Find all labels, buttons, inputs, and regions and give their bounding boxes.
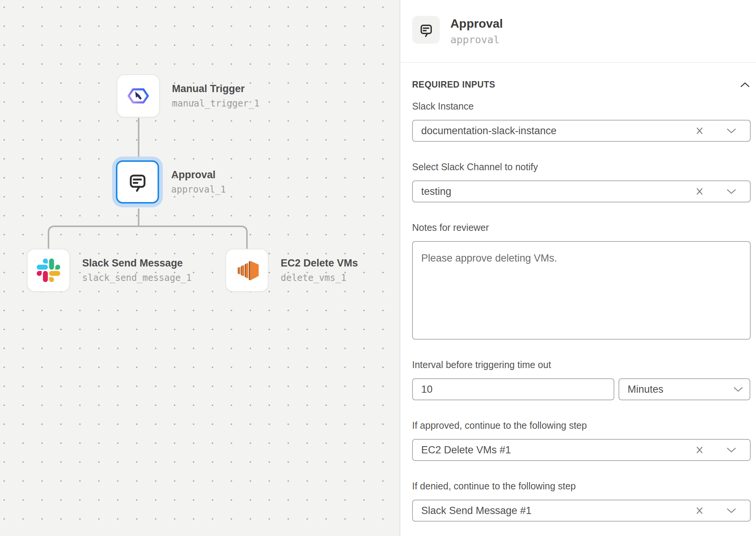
if-approved-select[interactable]: EC2 Delete VMs #1 (412, 439, 751, 461)
if-denied-select[interactable]: Slack Send Message #1 (412, 500, 751, 522)
slack-node-box[interactable] (27, 249, 70, 292)
if-denied-field-group: If denied, continue to the following ste… (412, 480, 751, 522)
node-meta: Manual Trigger manual_trigger_1 (172, 83, 259, 109)
input-value: 10 (421, 384, 605, 395)
node-approval[interactable]: Approval approval_1 (116, 160, 226, 204)
clear-selection-button[interactable] (694, 444, 706, 456)
field-label: Interval before triggering time out (412, 359, 751, 370)
page-subtitle: approval (450, 34, 503, 45)
ec2-icon (234, 258, 259, 283)
selected-value: EC2 Delete VMs #1 (421, 444, 694, 456)
manual-trigger-node-box[interactable] (117, 74, 160, 118)
node-title: Approval (171, 169, 226, 181)
selected-value: Minutes (628, 384, 733, 395)
interval-unit-select[interactable]: Minutes (619, 378, 750, 400)
node-meta: Slack Send Message slack_send_message_1 (82, 257, 192, 283)
node-meta: Approval approval_1 (171, 169, 226, 195)
selected-value: documentation-slack-instance (421, 125, 694, 137)
chevron-up-icon (740, 82, 750, 88)
approval-node-box[interactable] (116, 160, 159, 204)
interval-row: 10 Minutes (412, 378, 751, 400)
open-dropdown-button[interactable] (733, 386, 744, 393)
node-id: delete_vms_1 (281, 273, 358, 283)
page-title: Approval (450, 17, 503, 31)
field-label: Slack Instance (412, 100, 751, 112)
field-label: If approved, continue to the following s… (412, 420, 751, 431)
open-dropdown-button[interactable] (726, 127, 737, 134)
node-id: slack_send_message_1 (82, 273, 192, 283)
clear-selection-button[interactable] (694, 505, 706, 517)
header-icon-box (412, 16, 440, 44)
open-dropdown-button[interactable] (726, 188, 737, 195)
node-slack-send-message[interactable]: Slack Send Message slack_send_message_1 (27, 249, 192, 292)
workflow-builder: Manual Trigger manual_trigger_1 Approval… (0, 0, 756, 536)
header-text: Approval approval (450, 16, 503, 45)
slack-channel-field-group: Select Slack Channel to notify testing (412, 161, 751, 202)
field-label: Notes for reviewer (412, 222, 751, 233)
slack-icon (37, 259, 60, 282)
collapse-section-button[interactable] (739, 81, 751, 88)
chevron-down-icon (726, 508, 736, 513)
open-dropdown-button[interactable] (726, 447, 737, 453)
notes-field-group: Notes for reviewer Please approve deleti… (412, 222, 751, 340)
node-title: Manual Trigger (172, 83, 259, 95)
chevron-down-icon (726, 447, 736, 453)
slack-instance-field-group: Slack Instance documentation-slack-insta… (412, 100, 751, 142)
chevron-down-icon (726, 128, 736, 133)
node-id: manual_trigger_1 (172, 98, 259, 109)
clear-selection-button[interactable] (694, 125, 706, 137)
chevron-down-icon (726, 189, 736, 194)
node-title: Slack Send Message (82, 257, 192, 269)
clear-x-icon (694, 505, 705, 516)
approval-icon (127, 171, 148, 193)
field-label: Select Slack Channel to notify (412, 161, 751, 172)
panel-header: Approval approval (412, 16, 751, 45)
node-manual-trigger[interactable]: Manual Trigger manual_trigger_1 (117, 74, 259, 118)
manual-trigger-icon (127, 85, 149, 107)
clear-x-icon (694, 186, 705, 197)
section-title: REQUIRED INPUTS (412, 80, 495, 90)
node-meta: EC2 Delete VMs delete_vms_1 (281, 257, 358, 283)
slack-instance-select[interactable]: documentation-slack-instance (412, 120, 751, 142)
clear-selection-button[interactable] (694, 185, 706, 197)
clear-x-icon (694, 445, 705, 455)
header-divider (400, 62, 756, 63)
slack-channel-select[interactable]: testing (412, 180, 751, 202)
field-label: If denied, continue to the following ste… (412, 480, 751, 492)
clear-x-icon (694, 125, 705, 136)
selected-value: Slack Send Message #1 (421, 505, 694, 517)
ec2-node-box[interactable] (225, 249, 269, 292)
chevron-down-icon (733, 387, 743, 392)
selected-value: testing (421, 186, 694, 197)
approval-icon (418, 22, 434, 38)
node-id: approval_1 (171, 184, 226, 195)
interval-field-group: Interval before triggering time out 10 M… (412, 359, 751, 400)
interval-value-input[interactable]: 10 (412, 378, 614, 400)
required-inputs-section: REQUIRED INPUTS (412, 80, 751, 90)
open-dropdown-button[interactable] (726, 507, 737, 514)
node-ec2-delete-vms[interactable]: EC2 Delete VMs delete_vms_1 (225, 249, 358, 292)
if-approved-field-group: If approved, continue to the following s… (412, 420, 751, 461)
config-panel: Approval approval REQUIRED INPUTS Slack … (400, 0, 756, 536)
workflow-canvas[interactable]: Manual Trigger manual_trigger_1 Approval… (0, 0, 400, 536)
node-title: EC2 Delete VMs (281, 257, 358, 269)
notes-textarea[interactable]: Please approve deleting VMs. (412, 241, 751, 340)
